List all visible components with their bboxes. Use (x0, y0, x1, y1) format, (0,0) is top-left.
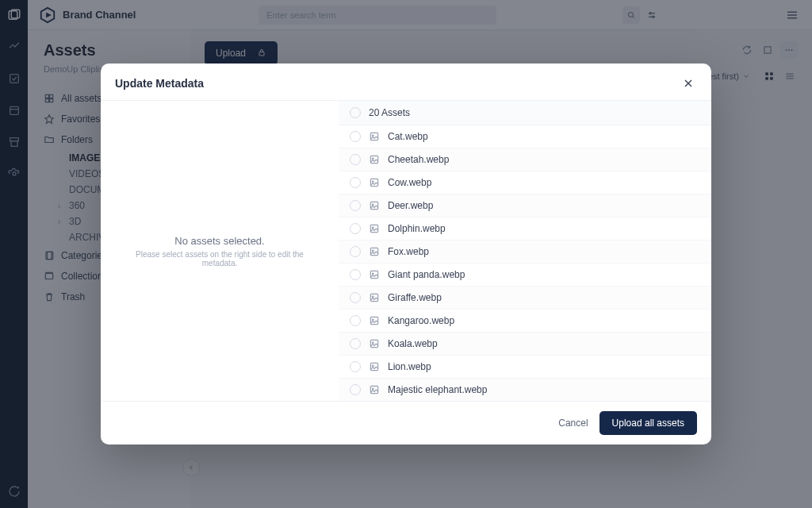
image-file-icon (369, 315, 380, 326)
asset-radio[interactable] (350, 292, 361, 303)
asset-radio[interactable] (350, 154, 361, 165)
modal-title: Update Metadata (115, 77, 204, 90)
asset-filename: Koala.webp (388, 338, 438, 349)
asset-filename: Cat.webp (388, 131, 428, 142)
asset-row[interactable]: Deer.webp (339, 194, 711, 217)
svg-rect-55 (370, 271, 377, 278)
asset-radio[interactable] (350, 315, 361, 326)
svg-point-56 (372, 273, 373, 275)
asset-row[interactable]: Kangaroo.webp (339, 310, 711, 333)
svg-point-50 (372, 204, 373, 206)
svg-rect-47 (370, 179, 377, 186)
asset-row[interactable]: Giraffe.webp (339, 287, 711, 310)
svg-rect-57 (370, 294, 377, 301)
svg-point-48 (372, 181, 373, 183)
image-file-icon (369, 223, 380, 234)
asset-row[interactable]: Cat.webp (339, 125, 711, 148)
asset-filename: Lion.webp (388, 361, 431, 372)
svg-rect-61 (370, 340, 377, 347)
svg-point-52 (372, 227, 373, 229)
svg-rect-43 (370, 133, 377, 140)
select-all-radio[interactable] (350, 107, 361, 118)
svg-point-64 (372, 365, 373, 367)
image-file-icon (369, 292, 380, 303)
asset-radio[interactable] (350, 338, 361, 349)
asset-filename: Giant panda.webp (388, 269, 465, 280)
svg-point-66 (372, 388, 373, 390)
asset-filename: Kangaroo.webp (388, 315, 454, 326)
close-icon (682, 77, 695, 90)
svg-rect-59 (370, 317, 377, 324)
asset-radio[interactable] (350, 131, 361, 142)
asset-row[interactable]: Koala.webp (339, 333, 711, 356)
modal-overlay: Update Metadata No assets selected. Plea… (0, 0, 812, 508)
svg-rect-63 (370, 363, 377, 370)
modal-header: Update Metadata (101, 64, 711, 100)
svg-point-44 (372, 135, 373, 137)
svg-rect-49 (370, 202, 377, 209)
asset-filename: Fox.webp (388, 246, 429, 257)
svg-rect-65 (370, 386, 377, 393)
asset-filename: Cheetah.webp (388, 154, 449, 165)
image-file-icon (369, 200, 380, 211)
image-file-icon (369, 361, 380, 372)
asset-radio[interactable] (350, 177, 361, 188)
modal-empty-state: No assets selected. Please select assets… (101, 101, 339, 401)
empty-title: No assets selected. (174, 235, 264, 247)
asset-filename: Giraffe.webp (388, 292, 442, 303)
svg-point-60 (372, 319, 373, 321)
asset-list-header[interactable]: 20 Assets (339, 101, 711, 125)
update-metadata-modal: Update Metadata No assets selected. Plea… (101, 64, 711, 444)
asset-radio[interactable] (350, 384, 361, 395)
asset-row[interactable]: Cow.webp (339, 171, 711, 194)
asset-radio[interactable] (350, 246, 361, 257)
svg-rect-53 (370, 248, 377, 255)
asset-radio[interactable] (350, 269, 361, 280)
image-file-icon (369, 177, 380, 188)
asset-row[interactable]: Giant panda.webp (339, 264, 711, 287)
image-file-icon (369, 154, 380, 165)
svg-rect-45 (370, 156, 377, 163)
modal-body: No assets selected. Please select assets… (101, 100, 711, 402)
svg-point-54 (372, 250, 373, 252)
upload-all-button[interactable]: Upload all assets (599, 411, 697, 435)
image-file-icon (369, 246, 380, 257)
asset-row[interactable]: Lion.webp (339, 356, 711, 379)
image-file-icon (369, 269, 380, 280)
asset-radio[interactable] (350, 200, 361, 211)
image-file-icon (369, 384, 380, 395)
asset-filename: Deer.webp (388, 200, 433, 211)
asset-row[interactable]: Fox.webp (339, 241, 711, 264)
asset-row[interactable]: Majestic elephant.webp (339, 379, 711, 401)
cancel-button[interactable]: Cancel (558, 418, 588, 429)
svg-point-58 (372, 296, 373, 298)
asset-radio[interactable] (350, 361, 361, 372)
asset-list[interactable]: 20 Assets Cat.webpCheetah.webpCow.webpDe… (339, 101, 711, 401)
svg-point-62 (372, 342, 373, 344)
close-button[interactable] (680, 75, 697, 92)
asset-filename: Majestic elephant.webp (388, 384, 487, 395)
asset-filename: Dolphin.webp (388, 223, 446, 234)
asset-radio[interactable] (350, 223, 361, 234)
asset-filename: Cow.webp (388, 177, 431, 188)
asset-row[interactable]: Cheetah.webp (339, 148, 711, 171)
image-file-icon (369, 131, 380, 142)
empty-subtitle: Please select assets on the right side t… (123, 250, 316, 267)
modal-footer: Cancel Upload all assets (101, 402, 711, 444)
asset-count-label: 20 Assets (369, 107, 410, 118)
asset-row[interactable]: Dolphin.webp (339, 217, 711, 241)
svg-rect-51 (370, 225, 377, 232)
svg-point-46 (372, 158, 373, 160)
image-file-icon (369, 338, 380, 349)
